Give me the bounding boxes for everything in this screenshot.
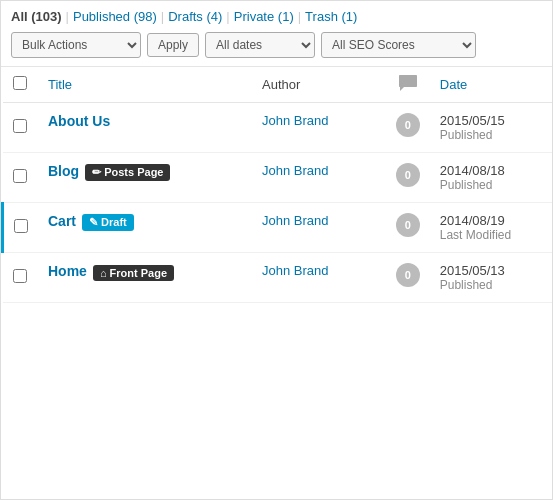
post-title-home[interactable]: Home bbox=[48, 263, 87, 279]
select-all-checkbox[interactable] bbox=[13, 76, 27, 90]
author-link-home[interactable]: John Brand bbox=[262, 263, 329, 278]
author-link-about-us[interactable]: John Brand bbox=[262, 113, 329, 128]
nav-item-private[interactable]: Private (1) bbox=[234, 9, 294, 24]
author-link-cart[interactable]: John Brand bbox=[262, 213, 329, 228]
badge-home: ⌂ Front Page bbox=[93, 265, 174, 281]
posts-table: Title Author Date About UsJohn Brand0201… bbox=[1, 67, 552, 303]
post-title-about-us[interactable]: About Us bbox=[48, 113, 110, 129]
date-cell-blog: 2014/08/18Published bbox=[430, 153, 552, 203]
date-cell-about-us: 2015/05/15Published bbox=[430, 103, 552, 153]
comment-count-about-us: 0 bbox=[396, 113, 420, 137]
filter-bar: Bulk Actions Apply All dates All SEO Sco… bbox=[1, 24, 552, 67]
badge-cart: ✎ Draft bbox=[82, 214, 134, 231]
row-checkbox-home[interactable] bbox=[13, 269, 27, 283]
post-title-cart[interactable]: Cart bbox=[48, 213, 76, 229]
nav-item-published[interactable]: Published (98) bbox=[73, 9, 157, 24]
nav-item-trash[interactable]: Trash (1) bbox=[305, 9, 357, 24]
comment-count-cart: 0 bbox=[396, 213, 420, 237]
comments-column-header bbox=[386, 67, 430, 103]
date-cell-home: 2015/05/13Published bbox=[430, 253, 552, 303]
author-link-blog[interactable]: John Brand bbox=[262, 163, 329, 178]
seo-scores-select[interactable]: All SEO Scores bbox=[321, 32, 476, 58]
post-title-blog[interactable]: Blog bbox=[48, 163, 79, 179]
bulk-actions-select[interactable]: Bulk Actions bbox=[11, 32, 141, 58]
nav-item-drafts[interactable]: Drafts (4) bbox=[168, 9, 222, 24]
page-container: All (103)|Published (98)|Drafts (4)|Priv… bbox=[0, 0, 553, 500]
dates-select[interactable]: All dates bbox=[205, 32, 315, 58]
comment-count-blog: 0 bbox=[396, 163, 420, 187]
table-row: Cart✎ DraftJohn Brand02014/08/19Last Mod… bbox=[3, 203, 553, 253]
row-checkbox-about-us[interactable] bbox=[13, 119, 27, 133]
row-checkbox-cart[interactable] bbox=[14, 219, 28, 233]
date-cell-cart: 2014/08/19Last Modified bbox=[430, 203, 552, 253]
nav-item-all[interactable]: All (103) bbox=[11, 9, 62, 24]
author-column-header: Author bbox=[252, 67, 386, 103]
date-column-header: Date bbox=[430, 67, 552, 103]
apply-button[interactable]: Apply bbox=[147, 33, 199, 57]
table-row: Home⌂ Front PageJohn Brand02015/05/13Pub… bbox=[3, 253, 553, 303]
top-nav: All (103)|Published (98)|Drafts (4)|Priv… bbox=[1, 1, 552, 24]
badge-blog: ✏ Posts Page bbox=[85, 164, 170, 181]
comment-count-home: 0 bbox=[396, 263, 420, 287]
title-column-header: Title bbox=[38, 67, 252, 103]
table-row: Blog✏ Posts PageJohn Brand02014/08/18Pub… bbox=[3, 153, 553, 203]
table-row: About UsJohn Brand02015/05/15Published bbox=[3, 103, 553, 153]
row-checkbox-blog[interactable] bbox=[13, 169, 27, 183]
